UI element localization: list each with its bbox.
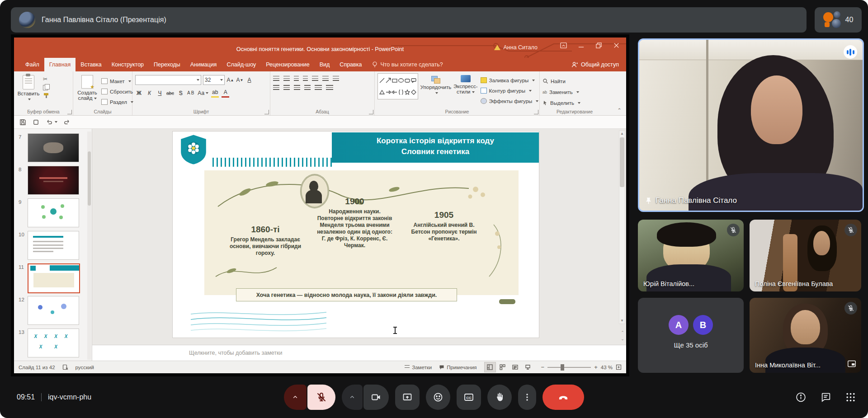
- copy-icon[interactable]: [43, 84, 50, 90]
- format-painter-icon[interactable]: [43, 92, 50, 98]
- shape-star-icon[interactable]: [404, 89, 410, 95]
- camera-button[interactable]: [363, 385, 389, 410]
- chat-icon[interactable]: [820, 392, 831, 403]
- shape-left-arrow-icon[interactable]: [392, 89, 398, 95]
- shape-diamond-icon[interactable]: [410, 89, 417, 95]
- increase-indent-icon[interactable]: [303, 76, 308, 81]
- tab-transitions[interactable]: Переходы: [149, 58, 185, 71]
- paste-button[interactable]: Вставить: [17, 73, 40, 108]
- tab-home[interactable]: Главная: [44, 58, 76, 71]
- font-color-button[interactable]: А: [222, 88, 229, 98]
- shape-brace-icon[interactable]: [398, 89, 404, 95]
- more-options-button[interactable]: [518, 385, 536, 410]
- cut-icon[interactable]: ✂: [43, 76, 50, 82]
- strikethrough-button[interactable]: abc: [166, 89, 174, 97]
- tab-insert[interactable]: Вставка: [75, 58, 106, 71]
- tab-review[interactable]: Рецензирование: [261, 58, 315, 71]
- dialog-launcher-icon[interactable]: [369, 110, 373, 114]
- font-name-combo[interactable]: [135, 75, 201, 85]
- reset-button[interactable]: Сбросить: [101, 87, 133, 96]
- slide-thumbnail-13[interactable]: 13 XXXXXX: [14, 328, 92, 360]
- bullets-icon[interactable]: [273, 76, 279, 81]
- shrink-font-button[interactable]: А▼: [236, 76, 244, 84]
- notes-pane[interactable]: Щелкните, чтобы добавить заметки: [92, 345, 626, 361]
- shape-arrow-icon[interactable]: [385, 77, 392, 84]
- thumbnail-scrollbar[interactable]: [87, 132, 91, 360]
- minimize-icon[interactable]: [578, 42, 585, 49]
- participant-tile-yurii[interactable]: Юрій Віталійов...: [638, 220, 744, 291]
- dialog-launcher-icon[interactable]: [534, 110, 538, 114]
- overflow-tile[interactable]: A B Ще 35 осіб: [638, 298, 744, 373]
- text-direction-icon[interactable]: [322, 76, 329, 81]
- shape-rounded-rect-icon[interactable]: [404, 77, 410, 84]
- reactions-button[interactable]: [426, 385, 450, 410]
- touch-mode-icon[interactable]: [33, 119, 39, 126]
- shape-rect-icon[interactable]: [392, 77, 398, 84]
- undo-dropdown-icon[interactable]: [55, 121, 57, 123]
- tab-slideshow[interactable]: Слайд-шоу: [222, 58, 261, 71]
- slide-canvas[interactable]: Коротка історія відкриття коду Словник г…: [173, 132, 539, 338]
- notes-toggle[interactable]: Заметки: [405, 365, 432, 370]
- change-case-button[interactable]: Аа: [198, 89, 208, 97]
- captions-button[interactable]: CC: [457, 385, 481, 410]
- slide-thumbnail-9[interactable]: 9: [14, 197, 92, 230]
- slide-thumbnail-7[interactable]: 7: [14, 132, 92, 165]
- raise-hand-button[interactable]: [487, 385, 512, 410]
- camera-options-button[interactable]: [342, 385, 363, 410]
- main-speaker-tile[interactable]: Ганна Павлівна Сітало: [638, 38, 864, 212]
- save-icon[interactable]: [19, 119, 26, 126]
- mic-options-button[interactable]: [284, 385, 307, 410]
- clear-formatting-button[interactable]: A: [245, 76, 253, 84]
- ribbon-display-options-icon[interactable]: [560, 42, 567, 49]
- char-spacing-button[interactable]: АВ: [187, 89, 195, 97]
- end-call-button[interactable]: [542, 385, 584, 410]
- layout-button[interactable]: Макет: [101, 77, 133, 85]
- tell-me-box[interactable]: Что вы хотите сделать?: [367, 58, 448, 71]
- section-button[interactable]: Раздел: [101, 98, 133, 106]
- dialog-launcher-icon[interactable]: [67, 110, 72, 114]
- zoom-level[interactable]: 43 %: [601, 365, 613, 370]
- underline-button[interactable]: Ч: [156, 89, 164, 97]
- mic-mute-button[interactable]: [307, 385, 335, 410]
- close-icon[interactable]: [613, 42, 620, 49]
- slide-thumbnail-12[interactable]: 12: [14, 295, 92, 328]
- dialog-launcher-icon[interactable]: [264, 110, 269, 114]
- info-icon[interactable]: [795, 392, 807, 403]
- decrease-indent-icon[interactable]: [294, 76, 299, 81]
- present-button[interactable]: [395, 385, 420, 410]
- shape-right-arrow-icon[interactable]: [385, 89, 392, 95]
- smartart-convert-icon[interactable]: [326, 85, 333, 90]
- slide-sorter-view-button[interactable]: [497, 362, 509, 372]
- zoom-slider[interactable]: [547, 367, 591, 368]
- arrange-button[interactable]: Упорядочить: [421, 74, 451, 95]
- shape-outline-button[interactable]: Контур фигуры: [481, 86, 539, 95]
- grow-font-button[interactable]: А▲: [226, 76, 234, 84]
- language-indicator[interactable]: русский: [75, 365, 94, 370]
- fit-to-window-icon[interactable]: [616, 364, 622, 370]
- participants-pill[interactable]: 40: [815, 7, 862, 33]
- new-slide-button[interactable]: ★ Создать слайд: [76, 73, 99, 108]
- replace-button[interactable]: abЗаменить: [542, 88, 580, 96]
- shape-line-icon[interactable]: [379, 77, 385, 84]
- zoom-out-button[interactable]: −: [541, 364, 545, 371]
- shape-effects-button[interactable]: Эффекты фигуры: [481, 97, 539, 105]
- shape-callout-icon[interactable]: [410, 77, 417, 84]
- select-button[interactable]: Выделить: [542, 99, 580, 107]
- align-center-icon[interactable]: [283, 85, 290, 90]
- line-spacing-icon[interactable]: [312, 76, 318, 81]
- slide-thumbnail-11-selected[interactable]: 11: [14, 263, 92, 295]
- numbering-icon[interactable]: [283, 76, 290, 81]
- tab-file[interactable]: Файл: [20, 58, 44, 71]
- apps-grid-icon[interactable]: [845, 392, 856, 403]
- italic-button[interactable]: К: [146, 89, 153, 97]
- quick-styles-button[interactable]: Экспресс-стили: [453, 73, 478, 108]
- slide-thumbnail-8[interactable]: 8: [14, 165, 92, 197]
- next-slide-button[interactable]: ⌄: [621, 337, 624, 341]
- previous-slide-button[interactable]: ⌃: [621, 330, 624, 335]
- tab-animations[interactable]: Анимация: [185, 58, 222, 71]
- redo-icon[interactable]: [64, 119, 71, 126]
- picture-in-picture-icon[interactable]: [847, 359, 857, 369]
- tab-help[interactable]: Справка: [335, 58, 367, 71]
- shape-fill-button[interactable]: Заливка фигуры: [481, 76, 539, 85]
- columns-icon[interactable]: [315, 85, 322, 90]
